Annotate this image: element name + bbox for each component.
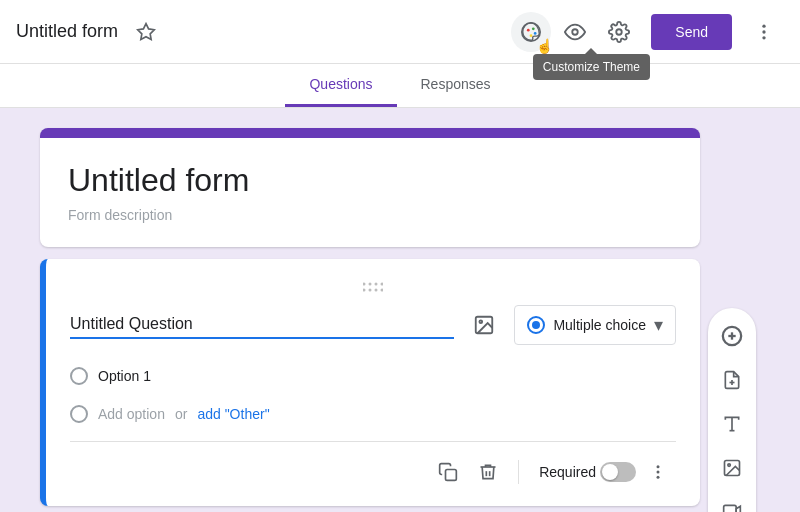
duplicate-question-button[interactable] [430, 454, 466, 490]
tab-bar: Questions Responses [0, 64, 800, 108]
footer-vertical-divider [518, 460, 519, 484]
svg-point-4 [534, 32, 537, 35]
card-divider [70, 441, 676, 442]
svg-point-24 [657, 476, 660, 479]
svg-point-18 [381, 289, 384, 292]
required-toggle[interactable] [600, 462, 636, 482]
add-option-radio [70, 405, 88, 423]
form-description[interactable]: Form description [68, 207, 672, 223]
svg-point-16 [381, 283, 384, 286]
add-video-button[interactable] [712, 492, 752, 512]
toggle-knob [602, 464, 618, 480]
question-type-dropdown[interactable]: Multiple choice ▾ [514, 305, 676, 345]
svg-point-7 [617, 29, 623, 35]
question-input[interactable] [70, 311, 454, 339]
svg-point-17 [363, 289, 366, 292]
drag-handle[interactable] [70, 279, 676, 297]
svg-point-8 [762, 24, 765, 27]
svg-rect-21 [446, 470, 457, 481]
add-question-button[interactable] [712, 316, 752, 356]
svg-marker-0 [138, 23, 155, 39]
form-title-card: Untitled form Form description [40, 128, 700, 247]
svg-point-3 [532, 27, 535, 30]
svg-point-5 [530, 34, 533, 37]
customize-theme-button[interactable]: ☝ [511, 12, 551, 52]
svg-rect-34 [724, 505, 737, 512]
svg-point-23 [657, 471, 660, 474]
content-area: Untitled form Form description [40, 128, 760, 512]
svg-point-33 [728, 464, 731, 467]
options-list: Option 1 [70, 361, 676, 391]
add-other-link[interactable]: add "Other" [197, 406, 269, 422]
app-header: Untitled form ☝ Customize Theme [0, 0, 800, 64]
settings-button[interactable] [599, 12, 639, 52]
option-label: Option 1 [98, 368, 151, 384]
list-item: Option 1 [70, 361, 676, 391]
svg-point-20 [480, 320, 483, 323]
multiple-choice-icon [527, 316, 545, 334]
star-button[interactable] [126, 12, 166, 52]
add-option-text[interactable]: Add option [98, 406, 165, 422]
more-options-button[interactable] [744, 12, 784, 52]
add-title-button[interactable] [712, 404, 752, 444]
import-questions-button[interactable] [712, 360, 752, 400]
customize-theme-tooltip: Customize Theme [533, 54, 650, 80]
delete-question-button[interactable] [470, 454, 506, 490]
main-area: Untitled form Form description [0, 108, 800, 512]
form-title[interactable]: Untitled form [68, 162, 672, 199]
svg-point-2 [527, 28, 530, 31]
question-top-row: Multiple choice ▾ [70, 305, 676, 345]
add-image-button[interactable] [712, 448, 752, 488]
svg-point-13 [369, 289, 372, 292]
svg-point-11 [369, 283, 372, 286]
app-title: Untitled form [16, 21, 118, 42]
or-text: or [175, 406, 187, 422]
svg-point-22 [657, 465, 660, 468]
form-area: Untitled form Form description [40, 128, 700, 512]
preview-button[interactable] [555, 12, 595, 52]
svg-point-14 [375, 289, 378, 292]
option-radio[interactable] [70, 367, 88, 385]
right-sidebar [708, 308, 756, 512]
svg-point-12 [375, 283, 378, 286]
add-image-to-question-button[interactable] [466, 307, 502, 343]
card-footer: Required [70, 454, 676, 490]
add-option-row: Add option or add "Other" [70, 399, 676, 429]
svg-point-9 [762, 30, 765, 33]
question-card: Multiple choice ▾ Option 1 Add option or [40, 259, 700, 506]
send-button[interactable]: Send [651, 14, 732, 50]
svg-point-10 [762, 36, 765, 39]
tab-responses[interactable]: Responses [397, 64, 515, 107]
tab-questions[interactable]: Questions [285, 64, 396, 107]
svg-point-15 [363, 283, 366, 286]
header-right: ☝ Customize Theme Send [511, 12, 784, 52]
question-type-label: Multiple choice [553, 317, 646, 333]
header-left: Untitled form [16, 12, 511, 52]
svg-point-6 [573, 29, 579, 35]
question-more-button[interactable] [640, 454, 676, 490]
required-label: Required [539, 464, 596, 480]
chevron-down-icon: ▾ [654, 314, 663, 336]
